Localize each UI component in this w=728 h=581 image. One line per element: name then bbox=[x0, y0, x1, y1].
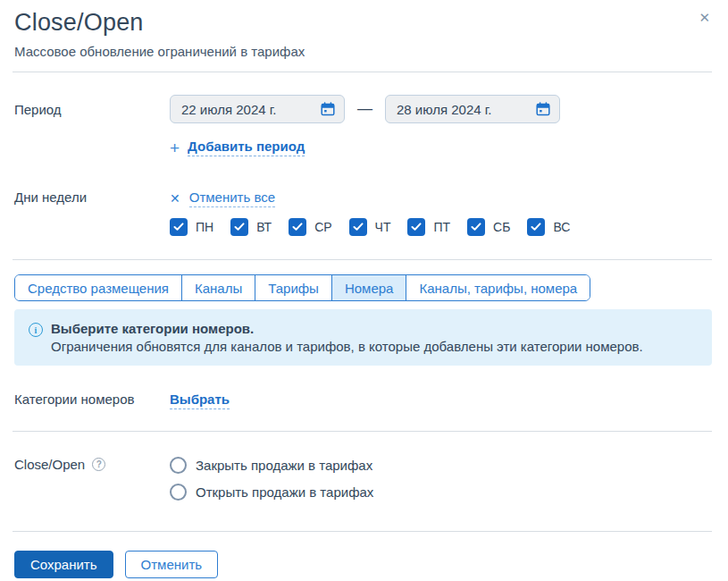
day-label: ПН bbox=[196, 220, 213, 234]
checkbox-checked-icon[interactable] bbox=[527, 218, 545, 236]
date-to-value: 28 июля 2024 г. bbox=[397, 102, 492, 117]
days-content: ✕ Отменить все ПН ВТ СР ЧТ bbox=[170, 189, 570, 236]
tab-rates[interactable]: Тарифы bbox=[255, 275, 331, 300]
day-checkbox-sun[interactable]: ВС bbox=[527, 218, 570, 236]
checkbox-checked-icon[interactable] bbox=[230, 218, 248, 236]
day-checkbox-tue[interactable]: ВТ bbox=[230, 218, 272, 236]
cancel-all-link[interactable]: Отменить все bbox=[189, 189, 275, 207]
day-checkbox-wed[interactable]: СР bbox=[289, 218, 331, 236]
info-title: Выберите категории номеров. bbox=[51, 321, 643, 336]
date-from-value: 22 июля 2024 г. bbox=[181, 102, 277, 117]
close-open-label: Close/Open bbox=[14, 457, 85, 472]
close-icon[interactable]: ✕ bbox=[695, 7, 714, 28]
radio-close-sales[interactable]: Закрыть продажи в тарифах bbox=[170, 457, 373, 474]
date-range: 22 июля 2024 г. — 28 июля 2024 г. bbox=[170, 95, 560, 123]
period-label: Период bbox=[14, 102, 170, 117]
save-button[interactable]: Сохранить bbox=[14, 551, 113, 578]
divider bbox=[13, 431, 712, 432]
day-label: ВС bbox=[553, 220, 570, 234]
radio-icon[interactable] bbox=[170, 457, 187, 474]
checkbox-checked-icon[interactable] bbox=[170, 218, 188, 236]
day-label: ПТ bbox=[433, 220, 450, 234]
help-icon[interactable]: ? bbox=[92, 458, 105, 471]
date-to-input[interactable]: 28 июля 2024 г. bbox=[385, 95, 560, 123]
checkbox-checked-icon[interactable] bbox=[349, 218, 367, 236]
page-title: Close/Open bbox=[14, 9, 712, 37]
divider bbox=[13, 72, 712, 72]
tab-channels-rates-rooms[interactable]: Каналы, тарифы, номера bbox=[406, 275, 590, 300]
tab-property[interactable]: Средство размещения bbox=[15, 275, 181, 300]
divider bbox=[13, 259, 712, 260]
calendar-icon[interactable] bbox=[321, 102, 335, 116]
day-checkbox-sat[interactable]: СБ bbox=[467, 218, 510, 236]
cancel-all-button[interactable]: ✕ Отменить все bbox=[170, 189, 570, 207]
page-subtitle: Массовое обновление ограничений в тарифа… bbox=[14, 44, 712, 59]
checkbox-checked-icon[interactable] bbox=[467, 218, 485, 236]
info-content: Выберите категории номеров. Ограничения … bbox=[51, 321, 643, 354]
day-label: ВТ bbox=[256, 220, 272, 234]
day-checkbox-fri[interactable]: ПТ bbox=[407, 218, 450, 236]
radio-label: Закрыть продажи в тарифах bbox=[196, 458, 372, 473]
days-label: Дни недели bbox=[14, 189, 170, 205]
date-range-separator: — bbox=[357, 100, 372, 118]
checkbox-checked-icon[interactable] bbox=[289, 218, 306, 236]
days-checkbox-list: ПН ВТ СР ЧТ ПТ bbox=[170, 218, 570, 236]
footer-actions: Сохранить Отменить bbox=[14, 551, 712, 578]
add-period-button[interactable]: + Добавить период bbox=[14, 139, 712, 156]
days-row: Дни недели ✕ Отменить все ПН ВТ СР bbox=[14, 189, 712, 236]
close-open-modal: ✕ Close/Open Массовое обновление огранич… bbox=[0, 0, 728, 581]
plus-icon: + bbox=[170, 139, 180, 156]
calendar-icon[interactable] bbox=[536, 102, 550, 116]
day-label: СБ bbox=[493, 220, 510, 234]
day-checkbox-thu[interactable]: ЧТ bbox=[349, 218, 391, 236]
cancel-button[interactable]: Отменить bbox=[125, 551, 219, 578]
tab-channels[interactable]: Каналы bbox=[181, 275, 255, 300]
close-open-row: Close/Open ? Закрыть продажи в тарифах О… bbox=[14, 457, 712, 501]
info-text: Ограничения обновятся для каналов и тари… bbox=[51, 339, 643, 354]
close-open-label-group: Close/Open ? bbox=[14, 457, 170, 472]
day-checkbox-mon[interactable]: ПН bbox=[170, 218, 213, 236]
radio-label: Открыть продажи в тарифах bbox=[196, 484, 373, 500]
scope-tabs: Средство размещения Каналы Тарифы Номера… bbox=[14, 274, 590, 301]
info-banner: i Выберите категории номеров. Ограничени… bbox=[14, 309, 712, 366]
close-open-options: Закрыть продажи в тарифах Открыть продаж… bbox=[170, 457, 373, 501]
period-row: Период 22 июля 2024 г. — 28 июля 2024 г. bbox=[14, 95, 712, 123]
select-categories-link[interactable]: Выбрать bbox=[170, 392, 230, 409]
radio-open-sales[interactable]: Открыть продажи в тарифах bbox=[170, 484, 373, 501]
add-period-link[interactable]: Добавить период bbox=[188, 139, 305, 156]
date-from-input[interactable]: 22 июля 2024 г. bbox=[170, 95, 345, 123]
day-label: СР bbox=[314, 220, 331, 234]
checkbox-checked-icon[interactable] bbox=[407, 218, 425, 236]
categories-row: Категории номеров Выбрать bbox=[14, 392, 712, 409]
radio-icon[interactable] bbox=[170, 484, 187, 501]
day-label: ЧТ bbox=[375, 220, 391, 234]
x-icon: ✕ bbox=[170, 192, 180, 205]
tab-rooms[interactable]: Номера bbox=[331, 275, 406, 300]
divider bbox=[13, 531, 712, 532]
categories-label: Категории номеров bbox=[14, 392, 170, 407]
info-icon: i bbox=[29, 323, 43, 337]
